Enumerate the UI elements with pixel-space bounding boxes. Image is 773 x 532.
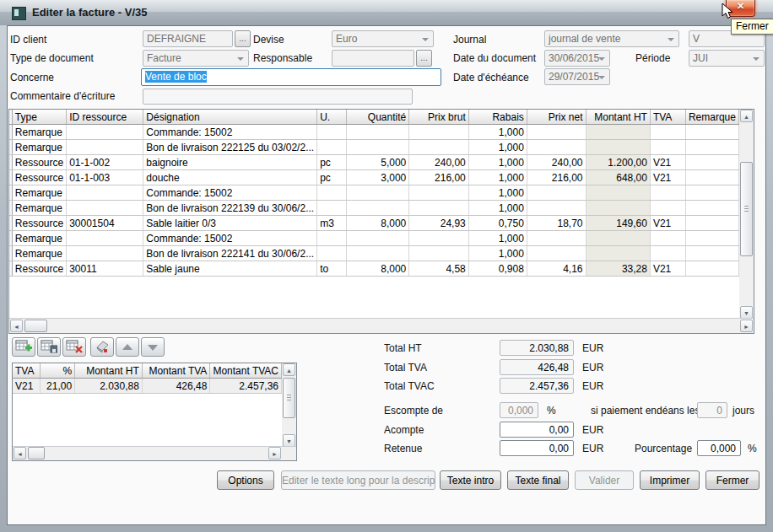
escompte-field[interactable]: 0,000 — [500, 402, 538, 418]
table-row[interactable]: RemarqueBon de livraison 222141 du 30/06… — [9, 246, 739, 261]
column-header[interactable]: Montant HT — [75, 363, 143, 379]
table-cell[interactable]: 01-1-002 — [67, 155, 143, 170]
table-row[interactable]: V2121,002.030,88426,482.457,36 — [13, 379, 282, 394]
table-cell[interactable] — [67, 185, 143, 201]
table-cell[interactable]: 24,93 — [409, 216, 469, 231]
table-cell[interactable]: V21 — [650, 170, 685, 185]
table-cell[interactable]: m3 — [317, 216, 347, 231]
table-cell[interactable]: 1,000 — [468, 246, 527, 261]
texte-final-button[interactable]: Texte final — [507, 470, 569, 490]
escompte-days-field[interactable]: 0 — [697, 402, 727, 418]
column-header[interactable]: ID ressource — [67, 110, 143, 125]
table-cell[interactable]: Sable laitier 0/3 — [143, 216, 317, 231]
table-cell[interactable]: V21 — [650, 261, 685, 277]
table-cell[interactable]: Sable jaune — [143, 261, 317, 277]
scroll-down-icon[interactable]: ▼ — [740, 306, 753, 319]
table-cell[interactable]: Bon de livraison 222125 du 03/02/2... — [143, 140, 317, 155]
table-cell[interactable] — [317, 246, 347, 261]
devise-select[interactable]: Euro — [332, 30, 434, 47]
table-cell[interactable] — [586, 231, 650, 246]
table-cell[interactable] — [650, 201, 685, 216]
table-cell[interactable] — [317, 231, 347, 246]
table-cell[interactable]: V21 — [650, 216, 685, 231]
move-up-button[interactable] — [116, 337, 139, 357]
table-cell[interactable] — [685, 155, 738, 170]
titlebar[interactable]: Editer la facture - V/35 ✕ — [0, 0, 773, 25]
scroll-up-icon[interactable]: ▲ — [740, 110, 753, 122]
table-cell[interactable]: 4,16 — [527, 261, 586, 277]
table-cell[interactable] — [586, 185, 650, 201]
date-echeance-picker[interactable]: 29/07/2015 — [544, 68, 610, 85]
table-cell[interactable]: 8,000 — [347, 261, 409, 277]
table-cell[interactable]: pc — [317, 155, 347, 170]
save-line-button[interactable] — [37, 337, 61, 357]
table-cell[interactable] — [685, 261, 738, 277]
responsable-field[interactable] — [332, 50, 414, 67]
texte-intro-button[interactable]: Texte intro — [440, 470, 501, 490]
table-cell[interactable] — [317, 125, 347, 140]
table-cell[interactable]: 8,000 — [347, 216, 409, 231]
table-cell[interactable]: 1,000 — [468, 155, 527, 170]
lines-vertical-scrollbar[interactable]: ▲ ▼ — [739, 110, 754, 319]
table-cell[interactable] — [527, 185, 586, 201]
long-description-button[interactable]: Editer le texte long pour la description — [281, 470, 435, 490]
table-row[interactable]: Ressource01-1-002baignoirepc5,000240,001… — [9, 155, 739, 170]
lines-horizontal-scrollbar[interactable]: ◄ ► — [9, 318, 754, 333]
scroll-left-icon[interactable]: ◄ — [10, 320, 23, 332]
table-cell[interactable] — [67, 231, 143, 246]
scroll-up-icon[interactable]: ▲ — [283, 363, 295, 376]
id-client-browse-button[interactable]: ... — [235, 30, 251, 47]
table-cell[interactable] — [650, 246, 685, 261]
column-header[interactable]: U. — [317, 110, 347, 125]
table-cell[interactable] — [317, 201, 347, 216]
table-cell[interactable] — [67, 246, 143, 261]
table-cell[interactable]: 4,58 — [409, 261, 469, 277]
table-row[interactable]: Ressource30001504Sable laitier 0/3m38,00… — [9, 216, 739, 231]
table-row[interactable]: RemarqueCommande: 150021,000 — [9, 125, 739, 140]
table-cell[interactable] — [650, 185, 685, 201]
table-cell[interactable]: 240,00 — [409, 155, 469, 170]
table-cell[interactable] — [527, 125, 586, 140]
table-cell[interactable]: pc — [317, 170, 347, 185]
table-cell[interactable]: 30001504 — [67, 216, 143, 231]
table-cell[interactable]: 1,000 — [468, 140, 527, 155]
scrollbar-thumb[interactable] — [283, 378, 295, 418]
table-cell[interactable] — [409, 140, 469, 155]
table-cell[interactable] — [650, 125, 685, 140]
scroll-right-icon[interactable]: ► — [740, 320, 753, 332]
acompte-field[interactable]: 0,00 — [500, 422, 574, 438]
table-cell[interactable] — [586, 246, 650, 261]
table-cell[interactable] — [527, 201, 586, 216]
table-cell[interactable]: 216,00 — [409, 170, 469, 185]
date-document-picker[interactable]: 30/06/2015 — [544, 50, 610, 67]
table-cell[interactable] — [409, 185, 469, 201]
column-header[interactable]: Type — [12, 110, 66, 125]
column-header[interactable]: Prix net — [527, 110, 586, 125]
column-header[interactable]: Rabais — [468, 110, 527, 125]
commentaire-field[interactable] — [143, 89, 413, 105]
table-row[interactable]: RemarqueBon de livraison 222139 du 30/06… — [9, 201, 739, 216]
table-cell[interactable] — [685, 201, 738, 216]
table-cell[interactable]: 1,000 — [468, 185, 527, 201]
vat-horizontal-scrollbar[interactable]: ◄ ► — [13, 446, 296, 460]
fermer-button[interactable]: Fermer — [705, 470, 759, 490]
responsable-browse-button[interactable]: ... — [416, 50, 432, 67]
table-cell[interactable] — [67, 201, 143, 216]
table-cell[interactable] — [347, 140, 409, 155]
table-cell[interactable] — [650, 140, 685, 155]
periode-select[interactable]: JUI — [689, 50, 765, 67]
scroll-right-icon[interactable]: ► — [268, 447, 281, 459]
column-header[interactable]: Montant TVAC — [210, 363, 282, 379]
table-cell[interactable] — [650, 231, 685, 246]
table-cell[interactable]: baignoire — [143, 155, 317, 170]
concerne-input[interactable]: Vente de bloc — [141, 68, 441, 86]
table-row[interactable]: RemarqueCommande: 150021,000 — [9, 185, 739, 201]
table-cell[interactable] — [347, 246, 409, 261]
table-cell[interactable]: V21 — [650, 155, 685, 170]
table-cell[interactable]: 1,000 — [468, 201, 527, 216]
table-cell[interactable]: Bon de livraison 222141 du 30/06/2... — [143, 246, 317, 261]
table-cell[interactable]: 240,00 — [527, 155, 586, 170]
column-header[interactable]: TVA — [13, 363, 40, 379]
table-cell[interactable]: Remarque — [12, 185, 66, 201]
table-cell[interactable] — [685, 216, 738, 231]
